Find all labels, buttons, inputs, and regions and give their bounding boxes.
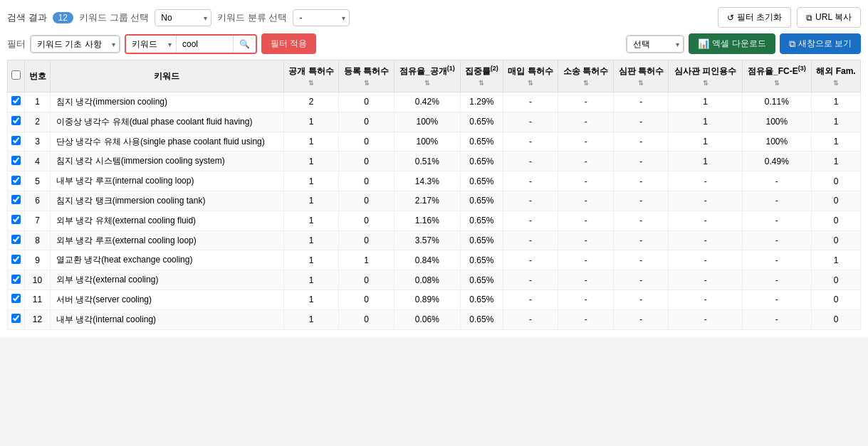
row-foreign-fam: 0 [811,211,860,230]
row-trial: - [613,211,669,230]
row-keyword: 내부 냉각 루프(internal cooling loop) [51,171,284,191]
row-reg: 1 [339,250,394,270]
row-trial: - [613,92,669,112]
row-foreign-fam: 0 [811,290,860,309]
row-checkbox[interactable] [11,275,21,284]
row-concentration: 1.29% [460,92,503,112]
row-checkbox[interactable] [11,255,21,264]
search-result-label: 검색 결과 [7,11,47,24]
row-examiner-cited: - [669,230,742,250]
row-pub: 1 [283,250,339,270]
new-window-button[interactable]: ⧉ 새창으로 보기 [780,33,861,54]
main-table: 번호 키워드 공개 특허수⇅ 등록 특허수⇅ 점유율_공개(1)⇅ 집중률(2)… [7,60,861,330]
row-reg: 0 [339,230,394,250]
row-trial: - [613,112,669,132]
filter-field-select[interactable]: 키워드 [126,36,176,53]
keyword-category-select[interactable]: - [293,9,350,26]
row-pub: 1 [283,290,339,309]
row-reg: 0 [339,92,394,112]
select-action-wrap: 선택 [626,35,684,53]
row-concentration: 0.65% [460,132,503,152]
result-count-badge: 12 [53,12,73,23]
filter-field-select-wrap: 키워드 [126,36,176,53]
row-litigation: - [558,171,614,191]
keyword-group-select[interactable]: No [155,9,211,26]
select-all-checkbox[interactable] [11,70,21,80]
keyword-group-select-wrap: No [155,9,211,26]
row-keyword: 외부 냉각 유체(external cooling fluid) [51,211,284,230]
row-checkbox-cell [8,92,25,112]
header-purchase: 매입 특허수⇅ [503,60,558,92]
row-pub: 1 [283,132,339,152]
row-checkbox-cell [8,191,25,211]
row-examiner-cited: - [669,211,742,230]
row-concentration: 0.65% [460,290,503,309]
row-checkbox[interactable] [11,294,21,303]
row-reg: 0 [339,191,394,211]
row-keyword: 침지 냉각 탱크(immersion cooling tank) [51,191,284,211]
row-pub: 1 [283,270,339,290]
row-purchase: - [503,171,558,191]
row-foreign-fam: 1 [811,132,860,152]
header-num: 번호 [25,60,51,92]
row-num: 12 [25,309,51,329]
row-checkbox[interactable] [11,195,21,204]
keyword-group-label: 키워드 그룹 선택 [79,11,149,24]
row-trial: - [613,132,669,152]
row-num: 7 [25,211,51,230]
reset-filter-button[interactable]: ↺ 필터 초기화 [718,7,791,28]
row-examiner-cited: - [669,309,742,329]
row-keyword: 침지 냉각 시스템(immersion cooling system) [51,152,284,171]
keyword-category-label: 키워드 분류 선택 [217,11,287,24]
row-purchase: - [503,309,558,329]
select-action-select[interactable]: 선택 [627,36,684,53]
row-purchase: - [503,211,558,230]
row-share-pub: 0.06% [394,309,460,329]
row-checkbox[interactable] [11,215,21,224]
row-num: 10 [25,270,51,290]
filter-type-select[interactable]: 키워드 기초 사항 [31,36,120,53]
row-foreign-fam: 0 [811,309,860,329]
row-examiner-cited: - [669,171,742,191]
filter-search-button[interactable]: 🔍 [233,36,256,53]
row-num: 4 [25,152,51,171]
url-copy-button[interactable]: ⧉ URL 복사 [797,7,861,28]
row-checkbox[interactable] [11,96,21,105]
table-row: 1 침지 냉각(immersion cooling) 2 0 0.42% 1.2… [8,92,861,112]
row-share-fce: - [742,171,811,191]
header-checkbox-cell [8,60,25,92]
row-foreign-fam: 1 [811,92,860,112]
row-num: 2 [25,112,51,132]
row-keyword: 열교환 냉각(heat exchange cooling) [51,250,284,270]
filter-label: 필터 [7,38,26,51]
table-row: 2 이중상 냉각수 유체(dual phase coolant fluid ha… [8,112,861,132]
row-checkbox[interactable] [11,156,21,165]
row-keyword: 내부 냉각(internal cooling) [51,309,284,329]
row-concentration: 0.65% [460,211,503,230]
row-checkbox-cell [8,171,25,191]
row-litigation: - [558,290,614,309]
row-purchase: - [503,191,558,211]
row-checkbox[interactable] [11,136,21,145]
table-row: 9 열교환 냉각(heat exchange cooling) 1 1 0.84… [8,250,861,270]
row-examiner-cited: - [669,270,742,290]
row-reg: 0 [339,112,394,132]
row-litigation: - [558,191,614,211]
filter-keyword-input[interactable] [176,36,233,53]
row-num: 9 [25,250,51,270]
row-keyword: 외부 냉각 루프(external cooling loop) [51,230,284,250]
row-concentration: 0.65% [460,171,503,191]
copy-icon: ⧉ [806,13,812,23]
table-row: 5 내부 냉각 루프(internal cooling loop) 1 0 14… [8,171,861,191]
row-num: 1 [25,92,51,112]
table-row: 10 외부 냉각(external cooling) 1 0 0.08% 0.6… [8,270,861,290]
row-checkbox[interactable] [11,314,21,323]
row-checkbox[interactable] [11,176,21,185]
excel-download-button[interactable]: 📊 엑셀 다운로드 [689,33,775,54]
row-checkbox[interactable] [11,116,21,125]
apply-filter-button[interactable]: 필터 적용 [261,33,316,54]
filter-input-group: 키워드 🔍 [125,34,257,54]
row-litigation: - [558,270,614,290]
row-checkbox[interactable] [11,235,21,244]
row-trial: - [613,171,669,191]
